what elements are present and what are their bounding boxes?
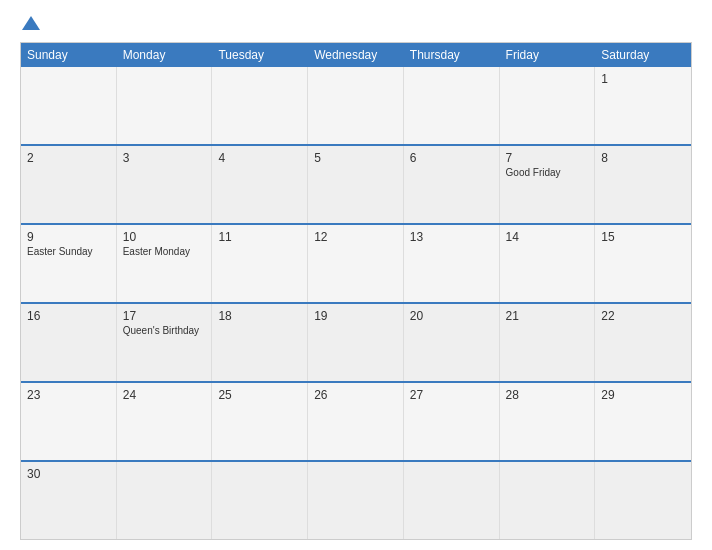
- calendar-cell: [595, 462, 691, 539]
- calendar-cell: 19: [308, 304, 404, 381]
- calendar-cell: 17Queen's Birthday: [117, 304, 213, 381]
- day-number: 4: [218, 151, 301, 165]
- day-number: 5: [314, 151, 397, 165]
- calendar-cell: [404, 462, 500, 539]
- calendar-cell: 28: [500, 383, 596, 460]
- calendar-cell: 23: [21, 383, 117, 460]
- day-number: 22: [601, 309, 685, 323]
- calendar-cell: 18: [212, 304, 308, 381]
- calendar-header: [20, 18, 692, 30]
- calendar-cell: 29: [595, 383, 691, 460]
- day-number: 12: [314, 230, 397, 244]
- calendar-cell: 15: [595, 225, 691, 302]
- holiday-label: Queen's Birthday: [123, 325, 206, 336]
- day-number: 23: [27, 388, 110, 402]
- day-number: 7: [506, 151, 589, 165]
- calendar-cell: [308, 462, 404, 539]
- header-day-friday: Friday: [500, 43, 596, 67]
- day-number: 29: [601, 388, 685, 402]
- calendar-cell: 1: [595, 67, 691, 144]
- header-day-saturday: Saturday: [595, 43, 691, 67]
- day-number: 15: [601, 230, 685, 244]
- calendar-cell: [500, 462, 596, 539]
- calendar-week-4: 1617Queen's Birthday1819202122: [21, 302, 691, 381]
- calendar-cell: [500, 67, 596, 144]
- calendar-week-2: 234567Good Friday8: [21, 144, 691, 223]
- calendar-cell: 24: [117, 383, 213, 460]
- calendar-cell: 14: [500, 225, 596, 302]
- header-day-sunday: Sunday: [21, 43, 117, 67]
- calendar-cell: 7Good Friday: [500, 146, 596, 223]
- calendar-cell: 6: [404, 146, 500, 223]
- holiday-label: Easter Sunday: [27, 246, 110, 257]
- calendar-cell: 16: [21, 304, 117, 381]
- calendar-cell: 25: [212, 383, 308, 460]
- day-number: 26: [314, 388, 397, 402]
- day-number: 1: [601, 72, 685, 86]
- calendar-cell: 3: [117, 146, 213, 223]
- day-number: 16: [27, 309, 110, 323]
- calendar-cell: [21, 67, 117, 144]
- calendar-body: 1234567Good Friday89Easter Sunday10Easte…: [21, 67, 691, 539]
- calendar-cell: [117, 462, 213, 539]
- calendar-cell: 2: [21, 146, 117, 223]
- holiday-label: Good Friday: [506, 167, 589, 178]
- day-number: 19: [314, 309, 397, 323]
- day-number: 21: [506, 309, 589, 323]
- header-day-wednesday: Wednesday: [308, 43, 404, 67]
- day-number: 3: [123, 151, 206, 165]
- day-number: 14: [506, 230, 589, 244]
- calendar-cell: 12: [308, 225, 404, 302]
- calendar-week-1: 1: [21, 67, 691, 144]
- logo-triangle-icon: [22, 16, 40, 30]
- day-number: 17: [123, 309, 206, 323]
- day-number: 24: [123, 388, 206, 402]
- day-number: 11: [218, 230, 301, 244]
- calendar-header-row: SundayMondayTuesdayWednesdayThursdayFrid…: [21, 43, 691, 67]
- calendar-week-5: 23242526272829: [21, 381, 691, 460]
- calendar-cell: 10Easter Monday: [117, 225, 213, 302]
- day-number: 18: [218, 309, 301, 323]
- header-day-tuesday: Tuesday: [212, 43, 308, 67]
- header-day-monday: Monday: [117, 43, 213, 67]
- page: SundayMondayTuesdayWednesdayThursdayFrid…: [0, 0, 712, 550]
- calendar-cell: 9Easter Sunday: [21, 225, 117, 302]
- day-number: 8: [601, 151, 685, 165]
- calendar-cell: 20: [404, 304, 500, 381]
- calendar-cell: 13: [404, 225, 500, 302]
- day-number: 6: [410, 151, 493, 165]
- calendar-cell: 5: [308, 146, 404, 223]
- calendar-cell: [404, 67, 500, 144]
- day-number: 25: [218, 388, 301, 402]
- calendar-cell: [212, 67, 308, 144]
- calendar-week-3: 9Easter Sunday10Easter Monday1112131415: [21, 223, 691, 302]
- calendar-cell: 26: [308, 383, 404, 460]
- calendar-cell: 27: [404, 383, 500, 460]
- header-day-thursday: Thursday: [404, 43, 500, 67]
- day-number: 2: [27, 151, 110, 165]
- day-number: 27: [410, 388, 493, 402]
- calendar-cell: 30: [21, 462, 117, 539]
- calendar-cell: [212, 462, 308, 539]
- day-number: 9: [27, 230, 110, 244]
- calendar-cell: 11: [212, 225, 308, 302]
- calendar-cell: [117, 67, 213, 144]
- day-number: 20: [410, 309, 493, 323]
- day-number: 13: [410, 230, 493, 244]
- calendar-cell: 21: [500, 304, 596, 381]
- calendar-cell: 22: [595, 304, 691, 381]
- holiday-label: Easter Monday: [123, 246, 206, 257]
- day-number: 10: [123, 230, 206, 244]
- calendar-week-6: 30: [21, 460, 691, 539]
- calendar-cell: 8: [595, 146, 691, 223]
- calendar-cell: [308, 67, 404, 144]
- logo: [20, 18, 40, 30]
- day-number: 30: [27, 467, 110, 481]
- day-number: 28: [506, 388, 589, 402]
- calendar-cell: 4: [212, 146, 308, 223]
- calendar-grid: SundayMondayTuesdayWednesdayThursdayFrid…: [20, 42, 692, 540]
